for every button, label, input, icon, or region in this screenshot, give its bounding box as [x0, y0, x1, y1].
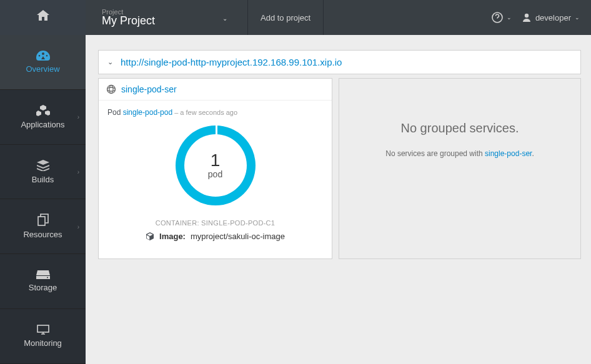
image-row: Image: myproject/sakuli-oc-image	[107, 232, 323, 241]
container-label: CONTAINER: SINGLE-POD-POD-C1	[107, 219, 323, 227]
project-selector[interactable]: Project My Project ⌄	[86, 0, 248, 35]
svg-point-5	[107, 86, 116, 94]
hdd-icon	[36, 270, 50, 279]
add-to-project-label: Add to project	[261, 13, 310, 22]
help-icon	[492, 12, 503, 23]
monitor-icon	[37, 325, 49, 335]
chevron-right-icon: ›	[77, 223, 79, 230]
route-link[interactable]: http://single-pod-http-myproject.192.168…	[121, 57, 342, 67]
nav-applications-label: Applications	[21, 120, 64, 129]
user-icon	[522, 12, 532, 22]
chevron-right-icon: ›	[77, 114, 79, 121]
pod-link[interactable]: single-pod-pod	[123, 108, 172, 117]
add-to-project-button[interactable]: Add to project	[248, 0, 324, 35]
grouped-service-link[interactable]: single-pod-ser	[485, 149, 532, 158]
main: Project My Project ⌄ Add to project ⌄ de…	[86, 0, 591, 364]
home-icon	[37, 10, 49, 21]
svg-rect-0	[38, 217, 45, 225]
no-grouped-text: No services are grouped with single-pod-…	[385, 149, 534, 158]
cubes-icon	[36, 105, 50, 116]
svg-point-4	[525, 14, 529, 17]
pod-time: a few seconds ago	[180, 109, 237, 116]
nav-monitoring[interactable]: Monitoring	[0, 309, 86, 364]
pod-prefix: Pod	[107, 108, 123, 117]
nav-monitoring-label: Monitoring	[24, 338, 62, 348]
chevron-down-icon: ⌄	[222, 15, 227, 22]
nav-storage[interactable]: Storage	[0, 254, 86, 309]
nav-overview[interactable]: Overview	[0, 35, 86, 90]
image-value: myproject/sakuli-oc-image	[191, 232, 285, 241]
service-card-header: single-pod-ser	[99, 79, 332, 101]
nav-builds-label: Builds	[32, 175, 54, 184]
cube-icon	[146, 232, 154, 241]
no-grouped-panel: No grouped services. No services are gro…	[339, 78, 581, 259]
nav-overview-label: Overview	[26, 64, 59, 74]
pod-count: 1	[208, 152, 222, 169]
layers-icon	[37, 160, 49, 171]
no-grouped-title: No grouped services.	[401, 121, 519, 135]
svg-rect-2	[37, 325, 49, 332]
chevron-down-icon: ⌄	[507, 14, 512, 21]
svg-point-1	[47, 277, 48, 278]
sidebar: Overview Applications › Builds › Resourc…	[0, 0, 86, 364]
service-link[interactable]: single-pod-ser	[121, 84, 177, 94]
image-label: Image:	[159, 232, 186, 241]
nav-home[interactable]	[0, 0, 86, 35]
service-card: single-pod-ser Pod single-pod-pod – a fe…	[98, 78, 332, 259]
content: ⌄ http://single-pod-http-myproject.192.1…	[86, 35, 591, 364]
chevron-right-icon: ›	[77, 169, 79, 175]
copy-icon	[37, 214, 49, 226]
route-bar: ⌄ http://single-pod-http-myproject.192.1…	[98, 50, 581, 74]
pod-time-sep: –	[172, 109, 180, 116]
user-menu[interactable]: developer ⌄	[522, 12, 580, 22]
user-name: developer	[535, 13, 571, 22]
chevron-down-icon: ⌄	[575, 14, 580, 21]
project-name: My Project	[102, 14, 231, 27]
service-icon	[106, 84, 116, 94]
nav-storage-label: Storage	[29, 283, 57, 292]
pod-line: Pod single-pod-pod – a few seconds ago	[107, 108, 323, 117]
collapse-toggle[interactable]: ⌄	[107, 58, 113, 66]
help-button[interactable]: ⌄	[492, 12, 512, 23]
pod-count-label: pod	[208, 169, 222, 179]
topbar: Project My Project ⌄ Add to project ⌄ de…	[86, 0, 591, 35]
pod-donut[interactable]: 1 pod	[176, 125, 256, 205]
dashboard-icon	[36, 51, 50, 61]
nav-applications[interactable]: Applications ›	[0, 90, 86, 145]
nav-resources[interactable]: Resources ›	[0, 199, 86, 254]
nav-resources-label: Resources	[23, 230, 62, 239]
nav-builds[interactable]: Builds ›	[0, 145, 86, 200]
